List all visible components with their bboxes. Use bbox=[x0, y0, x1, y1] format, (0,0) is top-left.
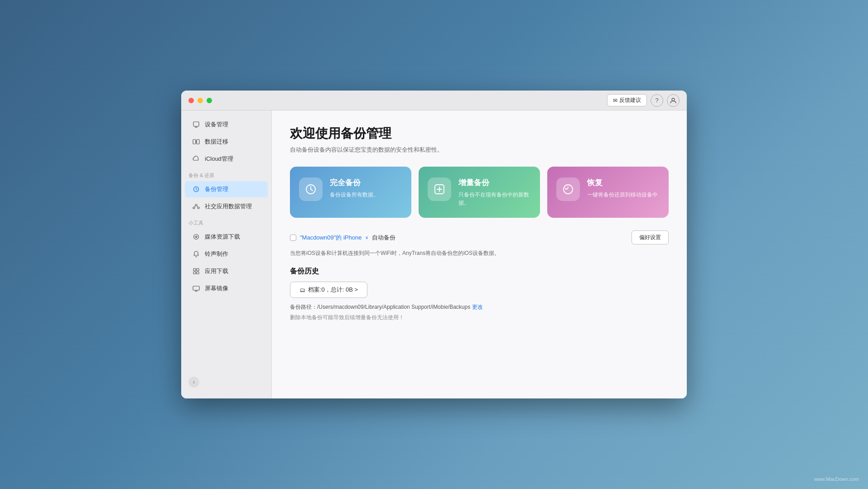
auto-backup-checkbox[interactable] bbox=[290, 235, 296, 241]
restore-desc: 一键将备份还原到移动设备中 bbox=[587, 191, 658, 199]
help-button[interactable]: ? bbox=[651, 94, 663, 107]
collapse-sidebar-button[interactable]: ‹ bbox=[188, 377, 199, 388]
full-backup-title: 完全备份 bbox=[330, 177, 379, 188]
watermark: www.MacDown.com bbox=[814, 476, 859, 482]
feedback-button[interactable]: ✉ 反馈建议 bbox=[607, 94, 647, 106]
backup-history-title: 备份历史 bbox=[290, 267, 669, 276]
restore-icon bbox=[562, 183, 574, 196]
icloud-icon bbox=[192, 155, 200, 163]
backup-path: 备份路径：/Users/macdown09/Library/Applicatio… bbox=[290, 303, 669, 311]
backup-management-icon bbox=[192, 185, 200, 193]
plus-icon bbox=[433, 183, 446, 196]
sidebar-label-ringtone: 铃声制作 bbox=[205, 250, 228, 258]
app-body: 设备管理 数据迁移 bbox=[181, 110, 687, 398]
sidebar-bottom: ‹ bbox=[181, 371, 271, 393]
backup-file-label: 档案:0，总计: 0B > bbox=[308, 286, 358, 294]
svg-rect-1 bbox=[193, 122, 199, 126]
sidebar-label-data-migration: 数据迁移 bbox=[205, 138, 228, 146]
svg-rect-5 bbox=[197, 139, 199, 144]
titlebar-actions: ✉ 反馈建议 ? bbox=[607, 94, 680, 107]
svg-line-10 bbox=[194, 206, 195, 207]
auto-backup-description: 当您将iOS设备和计算机连接到同一个WiFi时，AnyTrans将自动备份您的i… bbox=[290, 249, 669, 258]
traffic-lights bbox=[188, 98, 212, 103]
titlebar: ✉ 反馈建议 ? bbox=[181, 91, 687, 110]
restore-icon-wrap bbox=[556, 177, 580, 201]
restore-text: 恢复 一键将备份还原到移动设备中 bbox=[587, 177, 658, 199]
sidebar-label-icloud: iCloud管理 bbox=[205, 155, 233, 163]
incremental-backup-desc: 只备份不在现有备份中的新数据。 bbox=[458, 191, 531, 207]
preference-button[interactable]: 偏好设置 bbox=[632, 230, 669, 244]
sidebar-item-screen-mirror[interactable]: 屏幕镜像 bbox=[185, 280, 268, 297]
sidebar-label-screen-mirror: 屏幕镜像 bbox=[205, 284, 228, 292]
help-icon: ? bbox=[655, 97, 658, 104]
app-icon bbox=[192, 267, 200, 275]
sidebar-item-app-download[interactable]: 应用下载 bbox=[185, 263, 268, 279]
sidebar-item-data-migration[interactable]: 数据迁移 bbox=[185, 134, 268, 150]
svg-point-0 bbox=[672, 98, 675, 101]
svg-point-24 bbox=[564, 185, 573, 194]
full-backup-card[interactable]: 完全备份 备份设备所有数据。 bbox=[290, 167, 411, 218]
backup-file-button[interactable]: 🗂 档案:0，总计: 0B > bbox=[290, 282, 367, 298]
restore-card[interactable]: 恢复 一键将备份还原到移动设备中 bbox=[547, 167, 669, 218]
bell-icon bbox=[192, 250, 200, 258]
svg-rect-4 bbox=[193, 139, 196, 144]
user-icon bbox=[670, 97, 676, 104]
change-path-link[interactable]: 更改 bbox=[472, 304, 483, 310]
download-icon bbox=[192, 233, 200, 241]
svg-rect-15 bbox=[193, 272, 196, 274]
svg-rect-14 bbox=[197, 268, 199, 271]
incremental-backup-text: 增量备份 只备份不在现有备份中的新数据。 bbox=[458, 177, 531, 207]
full-backup-icon-wrap bbox=[299, 177, 323, 201]
incremental-backup-icon-wrap bbox=[428, 177, 451, 201]
svg-rect-17 bbox=[193, 286, 199, 290]
svg-rect-16 bbox=[197, 272, 199, 274]
sidebar-label-app-download: 应用下载 bbox=[205, 267, 228, 275]
svg-point-7 bbox=[195, 204, 197, 206]
svg-line-11 bbox=[197, 206, 198, 207]
backup-path-text: 备份路径：/Users/macdown09/Library/Applicatio… bbox=[290, 304, 470, 310]
device-management-icon bbox=[192, 120, 200, 129]
backup-section-label: 备份 & 还原 bbox=[181, 168, 271, 181]
sidebar-label-media-download: 媒体资源下载 bbox=[205, 233, 240, 241]
sidebar-label-social-data: 社交应用数据管理 bbox=[205, 202, 252, 211]
sidebar: 设备管理 数据迁移 bbox=[181, 110, 272, 398]
auto-backup-label: 自动备份 bbox=[372, 234, 395, 242]
sidebar-item-device-management[interactable]: 设备管理 bbox=[185, 116, 268, 133]
feedback-label: 反馈建议 bbox=[619, 96, 641, 104]
full-backup-text: 完全备份 备份设备所有数据。 bbox=[330, 177, 379, 199]
page-title: 欢迎使用备份管理 bbox=[290, 125, 669, 142]
social-icon bbox=[192, 202, 200, 211]
main-content: 欢迎使用备份管理 自动备份设备内容以保证您宝贵的数据的安全性和私密性。 完全备份… bbox=[272, 110, 687, 398]
chevron-left-icon: ‹ bbox=[193, 379, 195, 385]
auto-backup-row: "Macdown09"的 iPhone ∨ 自动备份 偏好设置 bbox=[290, 230, 669, 244]
tools-section-label: 小工具 bbox=[181, 215, 271, 228]
maximize-button[interactable] bbox=[207, 98, 212, 103]
full-backup-desc: 备份设备所有数据。 bbox=[330, 191, 379, 199]
sidebar-item-media-download[interactable]: 媒体资源下载 bbox=[185, 229, 268, 245]
archive-icon: 🗂 bbox=[299, 287, 305, 293]
backup-warning: 删除本地备份可能导致后续增量备份无法使用！ bbox=[290, 314, 669, 321]
incremental-backup-title: 增量备份 bbox=[458, 177, 531, 188]
minimize-button[interactable] bbox=[198, 98, 203, 103]
sidebar-item-icloud[interactable]: iCloud管理 bbox=[185, 151, 268, 167]
preference-btn-label: 偏好设置 bbox=[639, 234, 661, 240]
mail-icon: ✉ bbox=[613, 97, 617, 104]
user-button[interactable] bbox=[667, 94, 680, 107]
sidebar-label-backup-management: 备份管理 bbox=[205, 185, 228, 193]
data-migration-icon bbox=[192, 138, 200, 146]
clock-icon bbox=[304, 183, 317, 196]
device-name: "Macdown09"的 iPhone bbox=[300, 234, 362, 242]
sidebar-item-ringtone[interactable]: 铃声制作 bbox=[185, 246, 268, 262]
restore-title: 恢复 bbox=[587, 177, 658, 188]
screen-icon bbox=[192, 284, 200, 292]
sidebar-label-device-management: 设备管理 bbox=[205, 120, 228, 129]
sidebar-item-social-data[interactable]: 社交应用数据管理 bbox=[185, 198, 268, 215]
auto-backup-left: "Macdown09"的 iPhone ∨ 自动备份 bbox=[290, 234, 395, 242]
close-button[interactable] bbox=[188, 98, 194, 103]
device-dropdown-icon[interactable]: ∨ bbox=[365, 235, 368, 240]
backup-cards-row: 完全备份 备份设备所有数据。 增量备份 只 bbox=[290, 167, 669, 218]
sidebar-item-backup-management[interactable]: 备份管理 bbox=[185, 181, 268, 197]
incremental-backup-card[interactable]: 增量备份 只备份不在现有备份中的新数据。 bbox=[419, 167, 540, 218]
app-window: ✉ 反馈建议 ? bbox=[181, 91, 687, 398]
svg-rect-13 bbox=[193, 268, 196, 271]
